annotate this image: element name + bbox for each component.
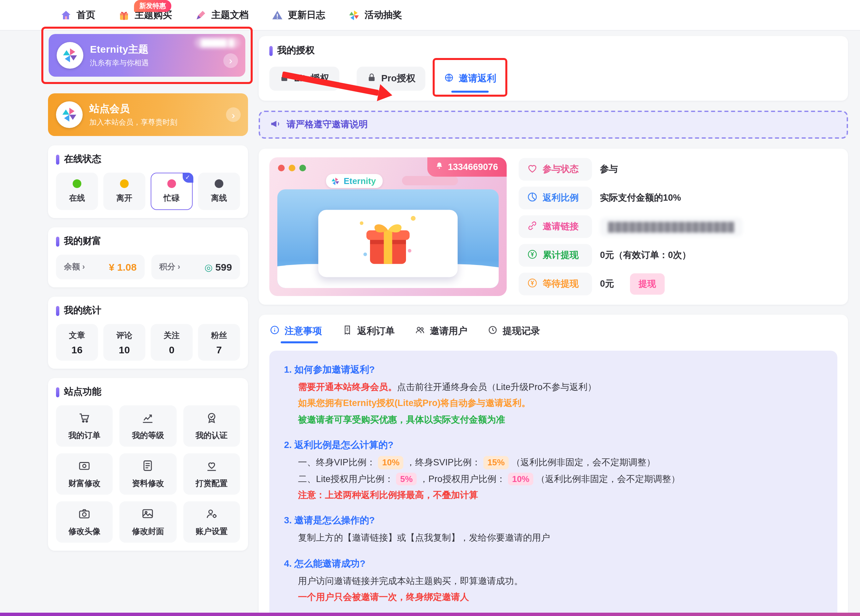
panel-title: 我的统计 <box>56 305 240 317</box>
faq-answer-line: 一、终身VIP比例：10%，终身SVIP比例：15%（返利比例非固定，会不定期调… <box>298 455 823 471</box>
chevron-right-icon[interactable]: › <box>226 107 241 122</box>
users-icon <box>415 324 425 337</box>
tab-invite-rebate-active[interactable]: 邀请返利 <box>443 67 497 91</box>
eternity-wordmark: Eternity <box>326 174 383 188</box>
status-dot-yellow <box>120 179 129 188</box>
bottom-accent-bar <box>0 613 860 616</box>
my-auth-card: 我的授权 Lite授权 Pro授权 邀请返利 <box>259 36 848 101</box>
chevron-right-icon[interactable]: › <box>223 53 238 68</box>
participation-status-label: 参与状态 <box>519 158 592 181</box>
yen-circle-icon <box>527 277 538 291</box>
faq-answer-line: 需要开通本站终身会员。点击前往开通终身会员（Lite升级Pro不参与返利） <box>298 379 823 396</box>
status-dot-gray <box>215 179 223 188</box>
points-box[interactable]: 积分 › ◎ 599 <box>151 255 240 279</box>
rebate-ratio-label: 返利比例 <box>519 187 592 209</box>
nav-item-theme-docs[interactable]: 主题文档 <box>195 9 249 21</box>
invite-link-value-masked[interactable]: ██████████████████ <box>600 217 743 236</box>
ratio-badge: 10% <box>508 472 534 485</box>
nav-label: 首页 <box>77 9 95 21</box>
status-option-online[interactable]: 在线 <box>56 172 98 210</box>
func-reward-config[interactable]: 打赏配置 <box>183 453 240 495</box>
bell-icon <box>435 161 444 172</box>
title-marker <box>56 306 59 316</box>
balance-box[interactable]: 余额 › ¥ 1.08 <box>56 255 145 279</box>
panel-title: 站点功能 <box>56 386 240 398</box>
ratio-badge: 15% <box>483 456 508 469</box>
func-profile-edit[interactable]: 资料修改 <box>120 453 177 495</box>
nav-item-changelog[interactable]: 更新日志 <box>271 9 325 21</box>
func-my-orders[interactable]: 我的订单 <box>56 405 113 447</box>
heart-icon <box>527 163 538 176</box>
points-value: ◎ 599 <box>205 261 232 273</box>
nav-item-theme-buy[interactable]: 新发特惠 主题购买 <box>118 9 172 21</box>
invite-notice-banner[interactable]: 请严格遵守邀请说明 <box>259 111 848 139</box>
title-marker <box>269 45 273 56</box>
stat-following[interactable]: 关注 0 <box>151 324 193 361</box>
stat-comments[interactable]: 评论 10 <box>104 324 145 361</box>
qq-contact-badge[interactable]: 1334669076 <box>427 157 507 177</box>
invite-link-label: 邀请链接 <box>519 215 592 238</box>
nav-label: 活动抽奖 <box>365 9 402 21</box>
tab-invited-users[interactable]: 邀请用户 <box>415 324 467 344</box>
eternity-logo-icon <box>56 42 83 69</box>
sidebar: Eternity主题 氿糸有幸与你相遇 █████ █ › 站点会员 加入本站会… <box>48 36 248 551</box>
pen-icon <box>195 9 207 21</box>
tab-withdraw-history[interactable]: 提现记录 <box>487 324 540 344</box>
gift-icon <box>118 9 130 21</box>
document-icon <box>142 459 154 474</box>
badge-check-icon <box>206 411 218 426</box>
stats-panel: 我的统计 文章 16 评论 10 关注 0 <box>48 297 248 369</box>
invite-promo-banner: 1334669076 Eternity <box>269 157 507 296</box>
balance-value: ¥ 1.08 <box>109 261 137 273</box>
nav-item-home[interactable]: 首页 <box>60 9 95 21</box>
row-pending-withdrawal: 等待提现 0元 提现 <box>519 273 837 295</box>
panel-title: 在线状态 <box>56 153 240 165</box>
status-option-offline[interactable]: 离线 <box>198 172 240 210</box>
nav-item-lottery[interactable]: 活动抽奖 <box>348 9 402 21</box>
tab-pro-license[interactable]: Pro授权 <box>357 67 426 91</box>
tab-lite-license[interactable]: Lite授权 <box>269 67 339 91</box>
title-marker <box>56 387 59 397</box>
func-account-settings[interactable]: 账户设置 <box>183 502 240 543</box>
total-withdrawn-label: 累计提现 <box>519 244 592 266</box>
yen-circle-icon <box>527 249 538 262</box>
func-my-level[interactable]: 我的等级 <box>120 405 177 447</box>
faq-answer-line: 被邀请者可享受购买优惠，具体以实际支付金额为准 <box>298 412 823 428</box>
func-my-verification[interactable]: 我的认证 <box>183 405 240 447</box>
window-dots <box>278 165 306 171</box>
faq-question: 3. 邀请是怎么操作的? <box>284 512 823 529</box>
top-navbar: 首页 新发特惠 主题购买 主题文档 更新日志 活动抽奖 <box>0 0 860 31</box>
status-dot-green <box>73 179 81 188</box>
pending-withdrawal-value: 0元 <box>600 273 622 295</box>
faq-item-3: 3. 邀请是怎么操作的? 复制上方的【邀请链接】或【点我复制】，发给你要邀请的用… <box>284 512 823 546</box>
wealth-panel: 我的财富 余额 › ¥ 1.08 积分 › ◎ 599 <box>48 227 248 287</box>
func-change-avatar[interactable]: 修改头像 <box>56 502 113 543</box>
func-wealth-edit[interactable]: 财富修改 <box>56 453 113 495</box>
ratio-badge: 10% <box>378 456 404 469</box>
member-card-title: 站点会员 <box>89 102 177 115</box>
globe-icon <box>444 73 454 85</box>
tab-rebate-orders[interactable]: 返利订单 <box>342 324 395 344</box>
stat-posts[interactable]: 文章 16 <box>56 324 98 361</box>
status-option-busy-selected[interactable]: ✓ 忙碌 <box>151 172 193 210</box>
faq-question: 4. 怎么能邀请成功? <box>284 555 823 572</box>
panel-title: 我的财富 <box>56 235 240 247</box>
coin-icon: ◎ <box>205 262 213 272</box>
theme-card[interactable]: Eternity主题 氿糸有幸与你相遇 █████ █ › <box>49 34 245 77</box>
faq-answer-line: 二、Lite授权用户比例：5%，Pro授权用户比例：10%（返利比例非固定，会不… <box>298 471 823 487</box>
status-option-away[interactable]: 离开 <box>104 172 145 210</box>
participation-status-value: 参与 <box>600 159 626 180</box>
link-icon <box>527 220 538 234</box>
faq-item-1: 1. 如何参加邀请返利? 需要开通本站终身会员。点击前往开通终身会员（Lite升… <box>284 361 823 428</box>
page: 首页 新发特惠 主题购买 主题文档 更新日志 活动抽奖 <box>0 0 860 616</box>
member-card[interactable]: 站点会员 加入本站会员，享尊贵时刻 › <box>48 93 248 136</box>
tab-notes-active[interactable]: 注意事项 <box>269 324 322 344</box>
invite-detail-card: 注意事项 返利订单 邀请用户 提现记录 <box>259 315 848 616</box>
status-dot-pink <box>167 179 176 188</box>
row-rebate-ratio: 返利比例 实际支付金额的10% <box>519 187 837 209</box>
func-change-cover[interactable]: 修改封面 <box>120 502 177 543</box>
withdraw-button[interactable]: 提现 <box>630 273 665 295</box>
stat-followers[interactable]: 粉丝 7 <box>198 324 240 361</box>
row-participation-status: 参与状态 参与 <box>519 158 837 181</box>
faq-question: 1. 如何参加邀请返利? <box>284 361 823 378</box>
